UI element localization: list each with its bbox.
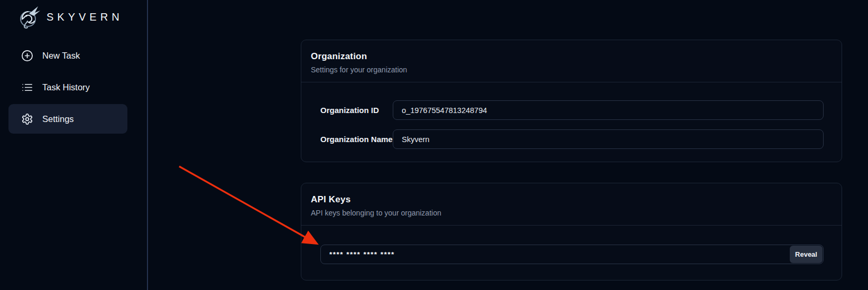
sidebar-item-settings[interactable]: Settings (8, 104, 127, 134)
sidebar-nav: New Task Task History Settings (0, 40, 147, 134)
card-title: Organization (311, 51, 832, 62)
sidebar-item-label: Settings (42, 114, 74, 124)
organization-id-label: Organization ID (320, 106, 393, 115)
organization-id-row: Organization ID (320, 100, 824, 120)
organization-name-row: Organization Name (320, 129, 824, 149)
sidebar: SKYVERN New Task Task History (0, 0, 148, 290)
organization-card: Organization Settings for your organizat… (301, 40, 842, 162)
api-keys-card-header: API Keys API keys belonging to your orga… (301, 183, 842, 226)
organization-card-content: Organization ID Organization Name (301, 82, 842, 162)
sidebar-item-task-history[interactable]: Task History (0, 71, 147, 103)
card-title: API Keys (311, 194, 832, 205)
sidebar-item-label: New Task (42, 51, 80, 61)
reveal-button[interactable]: Reveal (790, 246, 823, 263)
api-key-input[interactable] (320, 245, 824, 264)
sidebar-item-label: Task History (42, 82, 90, 92)
api-keys-card: API Keys API keys belonging to your orga… (301, 183, 842, 280)
settings-page: Organization Settings for your organizat… (148, 0, 868, 290)
brand-name: SKYVERN (47, 11, 123, 23)
card-subtitle: API keys belonging to your organization (311, 209, 832, 217)
card-subtitle: Settings for your organization (311, 66, 832, 74)
skyvern-dragon-icon (15, 3, 42, 31)
gear-icon (21, 113, 33, 125)
organization-card-header: Organization Settings for your organizat… (301, 40, 842, 82)
api-key-field: Reveal (320, 245, 824, 264)
list-icon (21, 81, 33, 93)
organization-id-input[interactable] (393, 100, 824, 120)
organization-name-label: Organization Name (320, 135, 393, 144)
brand-logo: SKYVERN (0, 0, 147, 32)
organization-name-input[interactable] (393, 129, 824, 149)
api-keys-card-content: Reveal (301, 226, 842, 280)
plus-circle-icon (21, 50, 33, 62)
sidebar-item-new-task[interactable]: New Task (0, 40, 147, 71)
